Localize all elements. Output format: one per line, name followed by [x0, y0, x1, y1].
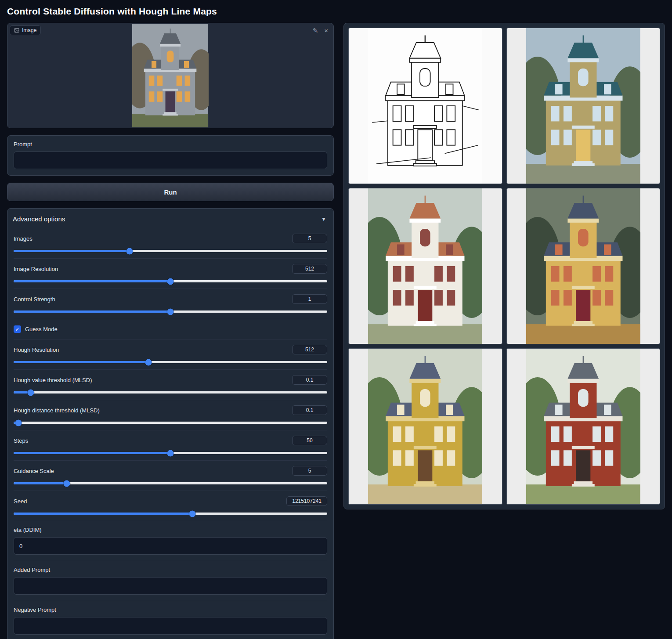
results-column: [343, 23, 665, 509]
gallery-item-result-5[interactable]: [506, 348, 661, 505]
slider-row-guidance-scale: Guidance Scale5: [14, 461, 327, 491]
slider-handle-hough-resolution[interactable]: [145, 359, 152, 365]
advanced-options-accordion[interactable]: Advanced options ▼: [7, 209, 333, 228]
gallery-grid: [348, 28, 660, 505]
slider-label-hough-distance-threshold-mlsd: Hough distance threshold (MLSD): [14, 407, 100, 414]
slider-fill: [14, 280, 170, 282]
edit-image-button[interactable]: ✎: [311, 26, 320, 35]
slider-value-hough-value-threshold-mlsd[interactable]: 0.1: [292, 375, 327, 385]
slider-handle-hough-distance-threshold-mlsd[interactable]: [15, 419, 22, 426]
slider-track-hough-value-threshold-mlsd[interactable]: [14, 391, 327, 394]
slider-track-control-strength[interactable]: [14, 310, 327, 313]
output-gallery: [343, 23, 665, 509]
slider-label-images: Images: [14, 235, 33, 242]
gallery-item-result-3[interactable]: [506, 188, 661, 344]
slider-fill: [14, 482, 67, 484]
image-input-label-text: Image: [22, 27, 36, 33]
slider-track-guidance-scale[interactable]: [14, 482, 327, 484]
slider-value-hough-resolution[interactable]: 512: [292, 345, 327, 354]
check-icon: ✓: [15, 327, 19, 332]
checkbox-label-guess-mode: Guess Mode: [25, 326, 58, 332]
slider-label-control-strength: Control Strength: [14, 296, 55, 303]
slider-label-seed: Seed: [14, 498, 27, 505]
prompt-label: Prompt: [14, 141, 327, 148]
slider-track-seed[interactable]: [14, 513, 327, 515]
slider-fill: [14, 310, 170, 313]
slider-label-hough-value-threshold-mlsd: Hough value threshold (MLSD): [14, 377, 92, 383]
gallery-item-result-1[interactable]: [506, 28, 661, 184]
run-button[interactable]: Run: [7, 183, 334, 201]
gallery-item-hough-line-map[interactable]: [348, 28, 502, 184]
controls-column: Image ✎ × Prompt Run Advanced options ▼ …: [7, 23, 334, 639]
slider-value-guidance-scale[interactable]: 5: [292, 466, 327, 476]
slider-handle-steps[interactable]: [167, 450, 174, 456]
negative-prompt-input[interactable]: [14, 617, 327, 635]
slider-value-images[interactable]: 5: [292, 234, 327, 243]
slider-fill: [14, 361, 148, 363]
slider-track-steps[interactable]: [14, 452, 327, 454]
gallery-item-result-2[interactable]: [348, 188, 502, 344]
slider-value-hough-distance-threshold-mlsd[interactable]: 0.1: [292, 405, 327, 415]
slider-label-hough-resolution: Hough Resolution: [14, 347, 59, 353]
slider-fill: [14, 250, 130, 252]
advanced-options-items: Images5Image Resolution512Control Streng…: [7, 228, 333, 639]
page-title: Control Stable Diffusion with Hough Line…: [7, 6, 665, 17]
slider-row-hough-value-threshold-mlsd: Hough value threshold (MLSD)0.1: [14, 370, 327, 400]
added-prompt-input[interactable]: [14, 577, 327, 595]
slider-row-steps: Steps50: [14, 430, 327, 461]
slider-label-image-resolution: Image Resolution: [14, 266, 58, 272]
slider-value-image-resolution[interactable]: 512: [292, 264, 327, 274]
slider-value-steps[interactable]: 50: [292, 436, 327, 445]
slider-track-hough-distance-threshold-mlsd[interactable]: [14, 422, 327, 424]
uploaded-image[interactable]: [7, 23, 333, 128]
slider-label-steps: Steps: [14, 437, 28, 444]
prompt-input[interactable]: [14, 152, 327, 169]
app-root: Control Stable Diffusion with Hough Line…: [0, 0, 672, 639]
guess-mode-checkbox[interactable]: ✓: [14, 325, 21, 333]
checkbox-row-guess-mode: ✓Guess Mode: [14, 319, 327, 339]
slider-track-image-resolution[interactable]: [14, 280, 327, 282]
slider-track-hough-resolution[interactable]: [14, 361, 327, 363]
image-input-component[interactable]: Image ✎ ×: [7, 23, 334, 128]
slider-handle-control-strength[interactable]: [167, 308, 174, 315]
advanced-options-panel: Advanced options ▼ Images5Image Resoluti…: [7, 208, 334, 639]
textbox-label-added-prompt: Added Prompt: [14, 567, 327, 573]
image-input-label: Image: [10, 25, 41, 35]
chevron-down-icon: ▼: [321, 216, 326, 222]
textbox-label-negative-prompt: Negative Prompt: [14, 607, 327, 613]
slider-row-images: Images5: [14, 228, 327, 259]
gallery-item-result-4[interactable]: [348, 348, 502, 505]
slider-track-images[interactable]: [14, 250, 327, 252]
image-icon: [14, 28, 19, 33]
clear-image-button[interactable]: ×: [322, 26, 330, 35]
slider-row-control-strength: Control Strength1: [14, 289, 327, 319]
textbox-label-eta-ddim: eta (DDIM): [14, 527, 327, 533]
slider-value-seed[interactable]: 1215107241: [286, 496, 327, 506]
slider-handle-image-resolution[interactable]: [167, 278, 174, 285]
accordion-title: Advanced options: [13, 215, 65, 223]
slider-row-image-resolution: Image Resolution512: [14, 259, 327, 289]
slider-label-guidance-scale: Guidance Scale: [14, 468, 54, 474]
main-columns: Image ✎ × Prompt Run Advanced options ▼ …: [7, 23, 665, 639]
textbox-row-eta-ddim: eta (DDIM): [14, 521, 327, 561]
slider-handle-seed[interactable]: [189, 510, 195, 517]
slider-value-control-strength[interactable]: 1: [292, 294, 327, 304]
slider-fill: [14, 452, 170, 454]
slider-row-hough-resolution: Hough Resolution512: [14, 339, 327, 370]
textbox-row-added-prompt: Added Prompt: [14, 561, 327, 601]
eta-ddim-input[interactable]: [14, 537, 327, 555]
slider-row-seed: Seed1215107241: [14, 491, 327, 521]
slider-handle-hough-value-threshold-mlsd[interactable]: [28, 389, 34, 396]
textbox-row-negative-prompt: Negative Prompt: [14, 601, 327, 639]
slider-handle-guidance-scale[interactable]: [64, 480, 70, 487]
image-toolbar: ✎ ×: [311, 26, 330, 35]
slider-fill: [14, 513, 192, 515]
slider-row-hough-distance-threshold-mlsd: Hough distance threshold (MLSD)0.1: [14, 400, 327, 430]
prompt-block: Prompt: [7, 135, 334, 176]
slider-handle-images[interactable]: [126, 248, 133, 254]
